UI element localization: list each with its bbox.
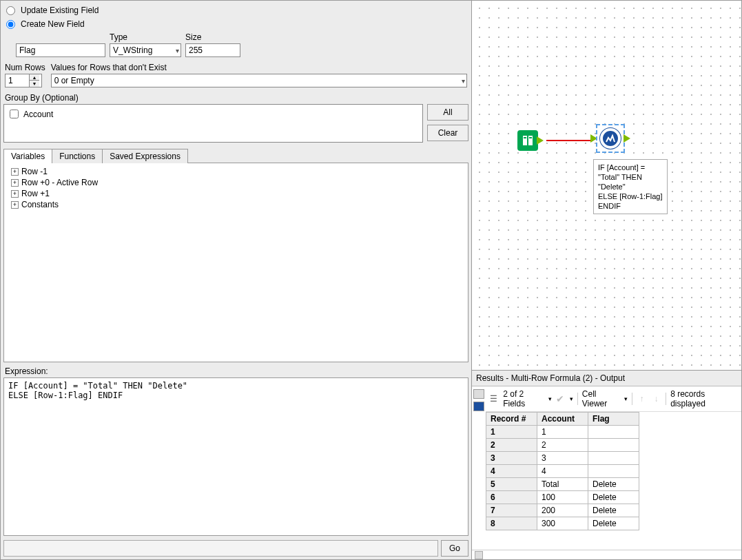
cell-viewer-dropdown[interactable]: Cell Viewer▾	[582, 389, 628, 408]
go-input[interactable]	[3, 540, 438, 557]
groupby-label: Group By (Optional)	[3, 89, 468, 104]
radio-update-row[interactable]: Update Existing Field	[3, 3, 468, 17]
field-name-input[interactable]	[16, 43, 105, 57]
flag-cell[interactable]: Delete	[588, 504, 639, 517]
flag-cell[interactable]: Delete	[588, 517, 639, 530]
tree-row-zero[interactable]: +Row +0 - Active Row	[7, 177, 465, 188]
account-cell[interactable]: 100	[537, 491, 588, 504]
tab-saved[interactable]: Saved Expressions	[102, 149, 188, 163]
record-cell: 1	[486, 426, 537, 439]
tab-variables[interactable]: Variables	[3, 149, 52, 163]
results-panel: Results - Multi-Row Formula (2) - Output…	[472, 370, 741, 559]
col-account[interactable]: Account	[537, 413, 588, 426]
tree-row-minus1[interactable]: +Row -1	[7, 166, 465, 177]
results-scrollbar[interactable]	[472, 550, 741, 559]
table-row[interactable]: 5TotalDelete	[486, 478, 639, 491]
flag-cell[interactable]	[588, 426, 639, 439]
flag-cell[interactable]	[588, 465, 639, 478]
svg-rect-2	[524, 137, 526, 138]
side-tab-2[interactable]	[473, 402, 484, 411]
input-data-icon	[517, 130, 538, 151]
expression-label: Expression:	[3, 362, 468, 377]
groupby-list[interactable]: Account	[3, 104, 423, 143]
expression-editor[interactable]: IF [Account] = "Total" THEN "Delete" ELS…	[3, 377, 468, 536]
side-tab-1[interactable]	[473, 389, 484, 399]
workflow-canvas[interactable]: IF [Account] = "Total" THEN "Delete" ELS…	[472, 1, 741, 370]
expand-icon[interactable]: +	[11, 179, 19, 187]
scroll-left-icon[interactable]	[475, 551, 483, 559]
expand-icon[interactable]: +	[11, 190, 19, 198]
expand-icon[interactable]: +	[11, 168, 19, 176]
tree-row-plus1[interactable]: +Row +1	[7, 188, 465, 199]
tabs: Variables Functions Saved Expressions	[3, 148, 468, 163]
go-button[interactable]: Go	[441, 540, 468, 557]
tree-constants[interactable]: +Constants	[7, 199, 465, 210]
flag-cell[interactable]: Delete	[588, 491, 639, 504]
results-side-tabs[interactable]	[472, 386, 486, 550]
type-combo[interactable]: V_WString ▾	[110, 43, 181, 57]
account-cell[interactable]: 300	[537, 517, 588, 530]
table-row[interactable]: 6100Delete	[486, 491, 639, 504]
chevron-down-icon: ▾	[624, 395, 628, 402]
output-anchor-icon[interactable]	[624, 134, 630, 143]
chevron-down-icon: ▾	[548, 395, 552, 402]
results-title: Results - Multi-Row Formula (2) - Output	[472, 371, 741, 386]
tab-functions[interactable]: Functions	[52, 149, 103, 163]
expand-icon[interactable]: +	[11, 201, 19, 209]
account-cell[interactable]: 4	[537, 465, 588, 478]
flag-cell[interactable]	[588, 439, 639, 452]
results-toolbar: ☰ 2 of 2 Fields▾ ✔ ▾ Cell Viewer▾ ↑ ↓	[486, 386, 741, 412]
groupby-item-account[interactable]: Account	[6, 106, 421, 122]
radio-update[interactable]	[6, 6, 15, 15]
all-button[interactable]: All	[427, 104, 468, 121]
record-cell: 8	[486, 517, 537, 530]
tool-annotation[interactable]: IF [Account] = "Total" THEN "Delete" ELS…	[593, 159, 668, 214]
table-row[interactable]: 7200Delete	[486, 504, 639, 517]
flag-cell[interactable]	[588, 452, 639, 465]
groupby-item-label: Account	[23, 110, 53, 119]
fields-dropdown[interactable]: 2 of 2 Fields▾	[503, 389, 552, 408]
size-label: Size	[185, 32, 240, 43]
radio-create[interactable]	[6, 20, 15, 29]
account-cell[interactable]: 2	[537, 439, 588, 452]
records-count: 8 records displayed	[670, 389, 739, 408]
groupby-checkbox[interactable]	[10, 110, 19, 118]
spinner-down-icon[interactable]: ▼	[30, 81, 39, 87]
chevron-down-icon: ▾	[176, 47, 179, 54]
col-record[interactable]: Record #	[486, 413, 537, 426]
radio-update-label: Update Existing Field	[21, 6, 99, 15]
table-row[interactable]: 33	[486, 452, 639, 465]
radio-create-row[interactable]: Create New Field	[3, 17, 468, 31]
size-input[interactable]	[185, 43, 240, 57]
account-cell[interactable]: 200	[537, 504, 588, 517]
multirow-formula-icon	[600, 128, 621, 149]
record-cell: 6	[486, 491, 537, 504]
results-grid[interactable]: Record # Account Flag 112233445TotalDele…	[486, 412, 639, 530]
numrows-spinner[interactable]: ▲ ▼	[5, 74, 42, 87]
output-anchor-icon[interactable]	[537, 136, 544, 145]
arrow-up-icon: ↑	[637, 393, 647, 404]
multirow-formula-node[interactable]	[590, 124, 630, 153]
record-cell: 5	[486, 478, 537, 491]
connection-wire[interactable]	[546, 140, 593, 141]
table-row[interactable]: 22	[486, 439, 639, 452]
numrows-input[interactable]	[6, 74, 29, 87]
account-cell[interactable]: 3	[537, 452, 588, 465]
flag-cell[interactable]: Delete	[588, 478, 639, 491]
arrow-down-icon: ↓	[651, 393, 661, 404]
chevron-down-icon[interactable]: ▾	[570, 395, 573, 402]
values-combo[interactable]: 0 or Empty ▾	[51, 74, 467, 87]
table-row[interactable]: 11	[486, 426, 639, 439]
input-tool-node[interactable]	[517, 130, 544, 151]
list-icon[interactable]: ☰	[488, 393, 499, 404]
table-row[interactable]: 44	[486, 465, 639, 478]
account-cell[interactable]: Total	[537, 478, 588, 491]
clear-button[interactable]: Clear	[427, 125, 468, 141]
spinner-up-icon[interactable]: ▲	[30, 74, 39, 81]
account-cell[interactable]: 1	[537, 426, 588, 439]
type-label: Type	[110, 32, 181, 43]
table-row[interactable]: 8300Delete	[486, 517, 639, 530]
col-flag[interactable]: Flag	[588, 413, 639, 426]
variables-tree[interactable]: +Row -1 +Row +0 - Active Row +Row +1 +Co…	[3, 163, 468, 362]
check-icon[interactable]: ✔	[556, 393, 564, 404]
